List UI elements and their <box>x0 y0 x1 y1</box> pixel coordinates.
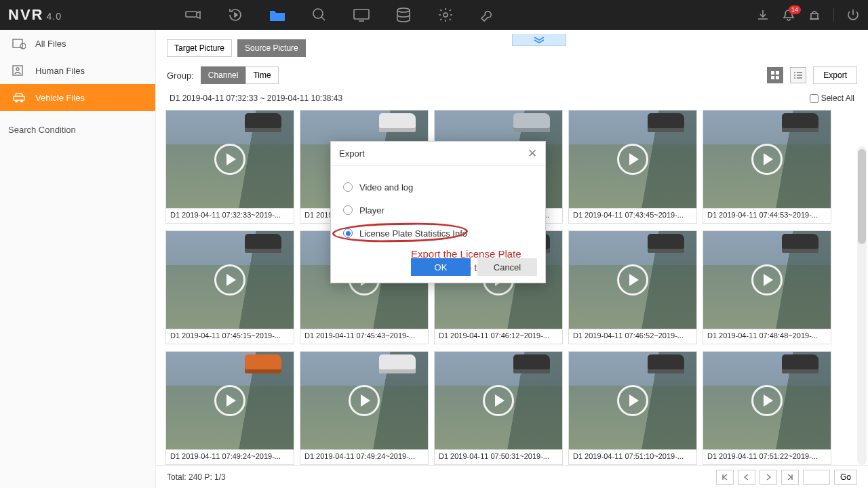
opt-video-log[interactable]: Video and log <box>343 176 541 199</box>
svg-point-7 <box>20 43 26 49</box>
opt-player[interactable]: Player <box>343 199 541 222</box>
svg-point-12 <box>21 100 23 102</box>
thumb-card[interactable]: D1 2019-04-11 07:44:53~2019-... <box>703 110 831 224</box>
thumb-image <box>166 110 294 208</box>
opt-label: Video and log <box>359 182 413 192</box>
thumb-caption: D1 2019-04-11 07:45:15~2019-... <box>166 329 294 344</box>
power-icon[interactable] <box>846 8 860 22</box>
thumb-image <box>703 110 831 208</box>
thumb-image <box>166 231 294 329</box>
total-label: Total: 240 P: 1/3 <box>167 472 226 482</box>
picture-tabs: Target Picture Source Picture <box>156 30 868 62</box>
playback-icon[interactable] <box>226 5 245 24</box>
play-icon[interactable] <box>214 385 245 416</box>
thumb-card[interactable]: D1 2019-04-11 07:51:22~2019-... <box>703 351 831 465</box>
files-icon[interactable] <box>268 5 287 24</box>
bell-icon[interactable]: 14 <box>782 8 795 22</box>
thumb-card[interactable]: D1 2019-04-11 07:46:52~2019-... <box>568 230 697 344</box>
page-last[interactable] <box>781 470 799 485</box>
dialog-footer: OK Cancel <box>403 253 545 283</box>
dialog-body: Video and log Player License Plate Stati… <box>331 166 545 283</box>
cancel-button[interactable]: Cancel <box>477 258 537 276</box>
thumb-image <box>569 352 696 449</box>
alarm-icon[interactable] <box>808 8 821 22</box>
view-controls: Export <box>767 66 857 84</box>
range-bar: D1 2019-04-11 07:32:33 ~ 2019-04-11 10:3… <box>156 91 868 107</box>
wrench-icon[interactable] <box>478 5 497 24</box>
go-button[interactable]: Go <box>834 470 857 485</box>
scrollbar-thumb[interactable] <box>858 149 866 244</box>
thumb-caption: D1 2019-04-11 07:45:43~2019-... <box>300 329 428 344</box>
list-view-button[interactable] <box>790 67 806 83</box>
thumb-card[interactable]: D1 2019-04-11 07:50:31~2019-... <box>434 351 563 465</box>
thumb-card[interactable]: D1 2019-04-11 07:51:10~2019-... <box>568 351 697 465</box>
vertical-scrollbar[interactable] <box>857 146 867 465</box>
page-input[interactable] <box>803 470 830 485</box>
car-icon <box>245 354 281 373</box>
group-time[interactable]: Time <box>245 66 278 84</box>
opt-license-plate[interactable]: License Plate Statistics Info <box>343 222 541 245</box>
thumb-caption: D1 2019-04-11 07:44:53~2019-... <box>703 208 831 223</box>
page-first[interactable] <box>716 470 734 485</box>
select-all[interactable]: Select All <box>810 94 854 103</box>
tab-target-picture[interactable]: Target Picture <box>167 39 232 57</box>
thumb-caption: D1 2019-04-11 07:43:45~2019-... <box>569 208 696 223</box>
grid-view-button[interactable] <box>767 67 783 83</box>
play-icon[interactable] <box>214 264 245 296</box>
tab-source-picture[interactable]: Source Picture <box>237 39 306 57</box>
sidebar-item-vehicle-files[interactable]: Vehicle Files <box>0 84 155 111</box>
svg-rect-0 <box>186 12 197 17</box>
storage-icon[interactable] <box>394 5 413 24</box>
car-icon <box>782 354 818 373</box>
monitor-icon[interactable] <box>352 5 371 24</box>
thumb-card[interactable]: D1 2019-04-11 07:45:15~2019-... <box>165 230 294 344</box>
sidebar-item-all-files[interactable]: All Files <box>0 30 155 57</box>
play-icon[interactable] <box>617 264 648 296</box>
svg-rect-10 <box>14 96 24 100</box>
vehicle-icon <box>12 92 26 104</box>
select-all-checkbox[interactable] <box>810 94 818 103</box>
play-icon[interactable] <box>617 385 648 416</box>
search-icon[interactable] <box>310 5 329 24</box>
page-prev[interactable] <box>738 470 755 485</box>
page-next[interactable] <box>760 470 777 485</box>
search-condition-label[interactable]: Search Condition <box>0 125 155 135</box>
play-icon[interactable] <box>751 144 783 175</box>
car-icon <box>513 354 550 373</box>
thumb-caption: D1 2019-04-11 07:48:48~2019-... <box>703 329 831 344</box>
car-icon <box>379 354 416 373</box>
export-button[interactable]: Export <box>813 66 857 84</box>
opt-label: Player <box>359 205 384 216</box>
time-range: D1 2019-04-11 07:32:33 ~ 2019-04-11 10:3… <box>170 94 342 103</box>
select-all-label: Select All <box>821 94 854 103</box>
sidebar-item-human-files[interactable]: Human Files <box>0 57 155 84</box>
thumb-image <box>300 352 428 449</box>
play-icon[interactable] <box>349 385 380 416</box>
play-icon[interactable] <box>617 144 648 175</box>
radio-icon <box>343 205 353 215</box>
play-icon[interactable] <box>751 385 783 416</box>
sidebar: All Files Human Files Vehicle Files Sear… <box>0 30 156 488</box>
thumb-card[interactable]: D1 2019-04-11 07:48:48~2019-... <box>703 230 831 344</box>
thumb-card[interactable]: D1 2019-04-11 07:49:24~2019-... <box>300 351 429 465</box>
thumb-card[interactable]: D1 2019-04-11 07:49:24~2019-... <box>165 351 294 465</box>
badge-count: 14 <box>789 5 801 14</box>
topbar: NVR4.0 14 <box>0 0 868 30</box>
thumb-caption: D1 2019-04-11 07:49:24~2019-... <box>166 449 294 464</box>
download-icon[interactable] <box>756 8 770 22</box>
close-icon[interactable]: ✕ <box>528 146 537 161</box>
camera-icon[interactable] <box>184 5 203 24</box>
gear-icon[interactable] <box>436 5 455 24</box>
thumb-card[interactable]: D1 2019-04-11 07:32:33~2019-... <box>165 110 294 224</box>
play-icon[interactable] <box>751 264 783 296</box>
thumb-caption: D1 2019-04-11 07:46:52~2019-... <box>569 329 696 344</box>
folder-icon <box>12 37 26 49</box>
sidebar-item-label: All Files <box>35 39 66 49</box>
car-icon <box>782 113 818 132</box>
top-nav <box>184 5 497 24</box>
group-channel[interactable]: Channel <box>201 66 246 84</box>
play-icon[interactable] <box>483 385 514 416</box>
thumb-card[interactable]: D1 2019-04-11 07:43:45~2019-... <box>568 110 697 224</box>
ok-button[interactable]: OK <box>411 258 471 276</box>
play-icon[interactable] <box>214 144 245 175</box>
